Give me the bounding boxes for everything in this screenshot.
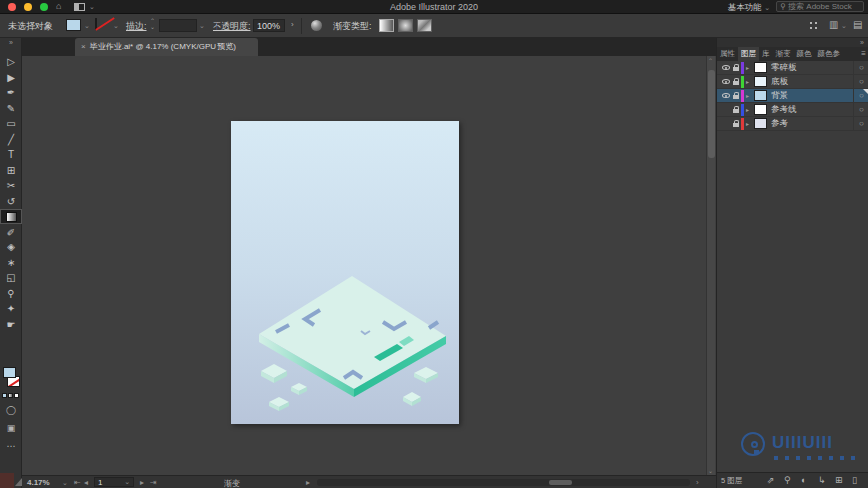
panel-tab-2[interactable]: 图层 xyxy=(738,47,759,61)
zoom-level[interactable]: 4.17% xyxy=(27,478,50,487)
rotate-tool[interactable]: ↺ xyxy=(0,194,22,209)
make-clip-mask-icon[interactable]: ◐ xyxy=(801,475,806,485)
panel-tab-3[interactable]: 库 xyxy=(759,47,773,61)
status-expand-icon[interactable]: ▸ xyxy=(306,478,310,487)
eyedropper-tool[interactable]: ✐ xyxy=(0,225,22,240)
artboard-tool[interactable]: ⊞ xyxy=(0,163,22,178)
panel-menu-icon[interactable]: ≡ xyxy=(861,49,866,58)
chevron-down-icon[interactable]: ⌄ xyxy=(841,22,847,30)
type-tool[interactable]: T xyxy=(0,147,22,162)
curvature-tool[interactable]: ✎ xyxy=(0,101,22,116)
canvas[interactable]: ⌃ ⌄ xyxy=(22,56,716,475)
workspace-switcher[interactable]: 基本功能 ⌄ xyxy=(728,2,770,14)
document-tab[interactable]: ×毕业作业.ai* @ 4.17% (CMYK/GPU 预览) xyxy=(75,38,258,56)
layer-thumbnail[interactable] xyxy=(754,76,767,87)
scroll-down-icon[interactable]: ⌄ xyxy=(708,467,713,474)
target-circle[interactable]: ○ xyxy=(853,89,868,102)
scroll-right-icon[interactable]: › xyxy=(696,478,699,487)
freeform-gradient-button[interactable] xyxy=(417,19,432,32)
radial-gradient-button[interactable] xyxy=(398,19,413,32)
delete-selection-icon[interactable]: ▯ xyxy=(852,475,857,485)
horizontal-scrollbar[interactable] xyxy=(317,479,690,486)
layer-row[interactable]: ▸参考线○ xyxy=(717,103,868,117)
gradient-tool[interactable] xyxy=(0,209,22,224)
arrange-documents-icon[interactable]: ▥ xyxy=(829,19,838,30)
layer-thumbnail[interactable] xyxy=(754,90,767,101)
direct-selection-tool[interactable]: ▶ xyxy=(0,70,22,85)
stroke-color-swatch[interactable] xyxy=(95,18,97,30)
close-tab-icon[interactable]: × xyxy=(81,42,86,51)
lock-toggle[interactable] xyxy=(731,78,741,85)
expand-layer-icon[interactable]: ▸ xyxy=(746,92,754,99)
hand-tool[interactable]: ☛ xyxy=(0,317,22,332)
toolbar-fill-swatch[interactable] xyxy=(3,367,16,378)
visibility-toggle[interactable] xyxy=(720,65,731,70)
visibility-toggle[interactable] xyxy=(720,93,731,98)
stroke-stepper[interactable]: ⌃⌄ xyxy=(150,18,155,30)
expand-layer-icon[interactable]: ▸ xyxy=(746,78,754,85)
lock-toggle[interactable] xyxy=(731,64,741,71)
shape-builder-tool[interactable]: ◱ xyxy=(0,270,22,285)
document-setup-icon[interactable]: ▤ xyxy=(853,19,862,30)
gradient-sphere-icon[interactable] xyxy=(311,20,322,31)
layer-name[interactable]: 底板 xyxy=(771,76,853,88)
pen-tool[interactable]: ✒ xyxy=(0,85,22,100)
stroke-weight-field[interactable] xyxy=(159,19,197,32)
symbol-sprayer-tool[interactable]: ∗ xyxy=(0,255,22,270)
layer-name[interactable]: 零碎板 xyxy=(771,62,853,74)
new-sublayer-icon[interactable]: ↳ xyxy=(818,475,826,485)
collect-for-export-icon[interactable]: ⇗ xyxy=(767,475,775,485)
layer-name[interactable]: 背景 xyxy=(771,90,853,102)
lock-toggle[interactable] xyxy=(731,106,741,113)
last-artboard-icon[interactable]: ⇥ xyxy=(150,478,157,487)
layer-row[interactable]: ▸参考○ xyxy=(717,117,868,131)
dock-collapse-icon[interactable]: » xyxy=(860,39,864,46)
vscroll-thumb[interactable] xyxy=(708,70,715,158)
draw-mode-icon[interactable]: ◯ xyxy=(0,405,22,415)
screen-mode-icon[interactable]: ▣ xyxy=(0,423,22,433)
expand-layer-icon[interactable]: ▸ xyxy=(746,64,754,71)
width-tool[interactable]: ✦ xyxy=(0,301,22,316)
touch-workspace-icon[interactable] xyxy=(810,22,818,30)
expand-arrow-icon[interactable]: › xyxy=(291,20,294,29)
first-artboard-icon[interactable]: ⇤ xyxy=(74,478,81,487)
opacity-label[interactable]: 不透明度: xyxy=(213,20,251,33)
resize-grip-icon[interactable] xyxy=(15,478,22,486)
artboard-number-field[interactable]: 1⌄ xyxy=(94,477,134,487)
zoom-tool[interactable]: ⚲ xyxy=(0,286,22,301)
layer-thumbnail[interactable] xyxy=(754,62,767,73)
panel-tab-6[interactable]: 颜色参 xyxy=(815,47,844,61)
target-circle[interactable]: ○ xyxy=(853,61,868,74)
chevron-down-icon[interactable]: ⌄ xyxy=(113,22,119,30)
lock-toggle[interactable] xyxy=(731,92,741,99)
target-circle[interactable]: ○ xyxy=(853,117,868,130)
layer-row[interactable]: ▸底板○ xyxy=(717,75,868,89)
fill-color-swatch[interactable] xyxy=(66,19,81,31)
panel-tab-4[interactable]: 渐变 xyxy=(773,47,794,61)
layer-name[interactable]: 参考 xyxy=(771,118,853,130)
artboard[interactable] xyxy=(231,121,459,424)
layer-thumbnail[interactable] xyxy=(754,104,767,115)
expand-layer-icon[interactable]: ▸ xyxy=(746,106,754,113)
more-tools-icon[interactable]: ⋯ xyxy=(0,441,22,451)
color-mode-buttons[interactable] xyxy=(2,393,20,399)
panel-tab-1[interactable]: 属性 xyxy=(717,47,738,61)
selection-tool[interactable]: ▷ xyxy=(0,54,22,69)
toolbar-collapse-icon[interactable]: » xyxy=(0,39,22,46)
linear-gradient-button[interactable] xyxy=(379,19,394,32)
chevron-down-icon[interactable]: ⌄ xyxy=(62,479,68,487)
next-artboard-icon[interactable]: ▸ xyxy=(140,478,144,487)
visibility-toggle[interactable] xyxy=(720,79,731,84)
panel-tab-5[interactable]: 颜色 xyxy=(794,47,815,61)
prev-artboard-icon[interactable]: ◂ xyxy=(84,478,88,487)
new-layer-icon[interactable]: ⊞ xyxy=(835,475,843,485)
vertical-scrollbar[interactable]: ⌃ ⌄ xyxy=(706,56,715,475)
lock-toggle[interactable] xyxy=(731,120,741,127)
adobe-stock-search-input[interactable]: ⚲ 搜索 Adobe Stock xyxy=(776,1,864,12)
locate-object-icon[interactable]: ⚲ xyxy=(784,475,791,485)
chevron-down-icon[interactable]: ⌄ xyxy=(199,22,205,30)
blend-tool[interactable]: ◈ xyxy=(0,240,22,254)
layer-thumbnail[interactable] xyxy=(754,118,767,129)
expand-layer-icon[interactable]: ▸ xyxy=(746,120,754,127)
layer-row[interactable]: ▸背景○ xyxy=(717,89,868,103)
